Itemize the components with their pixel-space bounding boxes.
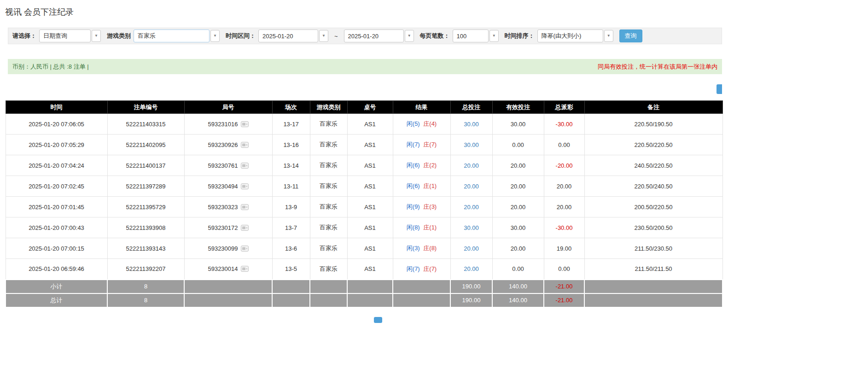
summary-empty-cell [184, 280, 272, 293]
cell-total-bet: 20.00 [450, 197, 492, 217]
subtotal-row: 小计 8 190.00 140.00 -21.00 [6, 280, 722, 293]
query-type-filter: 请选择： 日期查询 ▼ [12, 29, 101, 42]
cell-time: 2025-01-20 07:00:43 [6, 217, 107, 238]
total-bet-link[interactable]: 30.00 [464, 141, 479, 148]
betting-records-page: 视讯 会员下注纪录 请选择： 日期查询 ▼ 游戏类别 百家乐 ▼ 时间区间： 2… [0, 0, 868, 387]
result-banker: 庄(7) [423, 141, 437, 148]
cell-round-id: 593230926 [184, 135, 272, 155]
date-from-select[interactable]: 2025-01-20 [258, 29, 318, 42]
game-type-value: 百家乐 [138, 32, 156, 40]
date-to-value: 2025-01-20 [348, 33, 379, 40]
cell-valid-bet: 30.00 [492, 114, 544, 135]
result-banker: 庄(8) [423, 245, 437, 252]
video-replay-icon[interactable] [241, 246, 249, 252]
total-bet-link[interactable]: 20.00 [464, 204, 479, 211]
game-type-caret-button[interactable]: ▼ [210, 30, 220, 42]
cell-payout: -30.00 [544, 217, 584, 238]
total-bet-link[interactable]: 20.00 [464, 183, 479, 190]
query-type-caret-button[interactable]: ▼ [92, 30, 101, 42]
total-bet-link[interactable]: 30.00 [464, 121, 479, 128]
cell-game-type: 百家乐 [310, 135, 347, 155]
round-number: 593230494 [208, 183, 238, 190]
col-game-type: 游戏类别 [310, 101, 347, 114]
cell-bet-id: 522211392207 [107, 259, 184, 280]
page-size-filter: 每页笔数： 100 ▼ [420, 29, 499, 42]
round-number: 593230323 [208, 204, 238, 211]
video-replay-icon[interactable] [241, 163, 249, 169]
cell-result: 闲(9) 庄(3) [393, 197, 450, 217]
cell-payout: 20.00 [544, 197, 584, 217]
video-replay-icon[interactable] [241, 121, 249, 127]
col-payout: 总派彩 [544, 101, 584, 114]
total-bet-link[interactable]: 20.00 [464, 265, 479, 272]
game-type-select[interactable]: 百家乐 [134, 29, 210, 42]
cell-note: 220.50/240.50 [584, 176, 722, 197]
subtotal-label: 小计 [6, 280, 107, 293]
cell-session: 13-6 [272, 238, 310, 259]
subtotal-payout: -21.00 [544, 280, 584, 293]
cell-round-id: 593230494 [184, 176, 272, 197]
cell-time: 2025-01-20 07:06:05 [6, 114, 107, 135]
table-header-row: 时间 注单编号 局号 场次 游戏类别 桌号 结果 总投注 有效投注 总派彩 备注 [6, 101, 722, 114]
cell-game-type: 百家乐 [310, 197, 347, 217]
subtotal-count: 8 [107, 280, 184, 293]
video-replay-icon[interactable] [241, 183, 249, 189]
video-replay-icon[interactable] [241, 225, 249, 231]
result-player: 闲(8) [407, 224, 420, 231]
cell-valid-bet: 20.00 [492, 238, 544, 259]
cell-table-no: AS1 [347, 217, 393, 238]
side-panel-toggle-button[interactable] [717, 84, 722, 94]
table-body: 2025-01-20 07:06:05 522211403315 5932310… [6, 114, 722, 280]
cell-result: 闲(3) 庄(8) [393, 238, 450, 259]
cell-round-id: 593230323 [184, 197, 272, 217]
date-to-select[interactable]: 2025-01-20 [344, 29, 404, 42]
cell-valid-bet: 30.00 [492, 217, 544, 238]
cell-bet-id: 522211397289 [107, 176, 184, 197]
total-bet-link[interactable]: 20.00 [464, 245, 479, 252]
cell-game-type: 百家乐 [310, 217, 347, 238]
cell-result: 闲(6) 庄(2) [393, 155, 450, 176]
cell-time: 2025-01-20 06:59:46 [6, 259, 107, 280]
cell-table-no: AS1 [347, 176, 393, 197]
cell-round-id: 593230172 [184, 217, 272, 238]
result-banker: 庄(3) [423, 203, 437, 210]
valid-bet-rule-text: 同局有效投注，统一计算在该局第一张注单内 [598, 63, 717, 71]
sort-order-select[interactable]: 降幂(由大到小) [537, 29, 603, 42]
round-number: 593230172 [208, 224, 238, 231]
summary-empty-cell [584, 293, 722, 307]
video-replay-icon[interactable] [241, 266, 249, 272]
sort-order-label: 时间排序： [505, 32, 535, 40]
round-number: 593230761 [208, 162, 238, 169]
query-type-select[interactable]: 日期查询 [39, 29, 91, 42]
subtotal-total-bet: 190.00 [450, 280, 492, 293]
video-replay-icon[interactable] [241, 204, 249, 210]
total-bet-link[interactable]: 30.00 [464, 224, 479, 231]
table-row: 2025-01-20 07:02:45 522211397289 5932304… [6, 176, 722, 197]
cell-payout: 0.00 [544, 259, 584, 280]
cell-total-bet: 30.00 [450, 114, 492, 135]
cell-table-no: AS1 [347, 238, 393, 259]
total-bet-link[interactable]: 20.00 [464, 162, 479, 169]
table-row: 2025-01-20 07:00:15 522211393143 5932300… [6, 238, 722, 259]
search-button[interactable]: 查询 [619, 29, 642, 42]
summary-empty-cell [310, 280, 347, 293]
sort-order-caret-button[interactable]: ▼ [604, 30, 613, 42]
pagination-button-partial[interactable] [374, 317, 382, 323]
page-size-select[interactable]: 100 [453, 29, 489, 42]
total-total-bet: 190.00 [450, 293, 492, 307]
chevron-down-icon: ▼ [607, 34, 611, 38]
cell-valid-bet: 20.00 [492, 176, 544, 197]
page-size-caret-button[interactable]: ▼ [489, 30, 499, 42]
date-from-caret-button[interactable]: ▼ [319, 30, 328, 42]
video-replay-icon[interactable] [241, 142, 249, 148]
date-range-separator: ~ [334, 33, 338, 40]
total-valid-bet: 140.00 [492, 293, 544, 307]
table-row: 2025-01-20 07:06:05 522211403315 5932310… [6, 114, 722, 135]
currency-total-text: 币别：人民币 | 总共 :8 注单 | [12, 63, 89, 71]
col-round-id: 局号 [184, 101, 272, 114]
table-row: 2025-01-20 07:04:24 522211400137 5932307… [6, 155, 722, 176]
cell-round-id: 593230099 [184, 238, 272, 259]
date-to-caret-button[interactable]: ▼ [405, 30, 414, 42]
cell-session: 13-9 [272, 197, 310, 217]
chevron-down-icon: ▼ [213, 34, 217, 38]
